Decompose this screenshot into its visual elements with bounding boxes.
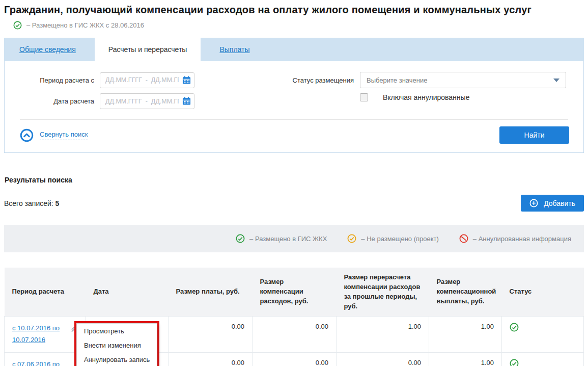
total-records: Всего записей: 5 bbox=[4, 199, 59, 207]
col-status: Статус bbox=[502, 268, 584, 317]
tab-payments[interactable]: Выплаты bbox=[219, 45, 249, 54]
pay-cell: 0.00 bbox=[169, 352, 253, 366]
chevron-down-icon bbox=[553, 79, 559, 82]
table-header-row: Период расчета Дата Размер платы, руб. Р… bbox=[5, 268, 584, 317]
calc-date-label: Дата расчета bbox=[19, 97, 94, 105]
tab-general-info[interactable]: Общие сведения bbox=[19, 45, 76, 54]
include-annulled-label: Включая аннулированные bbox=[383, 93, 469, 101]
payout-cell: 1.00 bbox=[429, 317, 502, 353]
calendar-icon[interactable] bbox=[182, 97, 191, 106]
recalc-cell: 1.00 bbox=[337, 317, 429, 353]
collapse-search-link[interactable]: Свернуть поиск bbox=[40, 130, 88, 140]
collapse-circle-up-icon bbox=[20, 128, 34, 142]
add-button[interactable]: Добавить bbox=[521, 195, 584, 212]
period-range-input[interactable] bbox=[100, 72, 194, 88]
status-check-circle-green-icon bbox=[510, 323, 576, 332]
check-circle-green-icon bbox=[13, 21, 22, 30]
include-annulled-checkbox[interactable] bbox=[360, 93, 368, 101]
check-circle-yellow-icon bbox=[347, 234, 356, 243]
panel-divider bbox=[20, 119, 568, 120]
compensation-cell: 0.00 bbox=[253, 352, 337, 366]
col-recalc: Размер перерасчета компенсации расходов … bbox=[337, 268, 429, 317]
status-check-circle-green-icon bbox=[510, 359, 576, 366]
add-button-label: Добавить bbox=[544, 199, 575, 207]
pay-cell: 0.00 bbox=[169, 317, 253, 353]
find-button[interactable]: Найти bbox=[499, 126, 569, 144]
compensation-cell: 0.00 bbox=[253, 317, 337, 353]
placement-status-select[interactable]: Выберите значение bbox=[360, 72, 566, 88]
search-panel: Период расчета с Статус размещения Выбер… bbox=[4, 61, 584, 153]
col-pay: Размер платы, руб. bbox=[169, 268, 253, 317]
calendar-icon[interactable] bbox=[182, 76, 191, 85]
row-context-menu: Просмотреть Внести изменения Аннулироват… bbox=[76, 323, 157, 366]
legend-placed: – Размещено в ГИС ЖКХ bbox=[236, 234, 327, 243]
tab-calculations[interactable]: Расчеты и перерасчеты bbox=[95, 38, 201, 61]
total-records-label: Всего записей: bbox=[4, 199, 53, 207]
placement-status-value: Выберите значение bbox=[367, 76, 427, 84]
recalc-cell: 0.00 bbox=[337, 352, 429, 366]
menu-item-edit[interactable]: Внести изменения bbox=[77, 338, 157, 352]
legend-annulled: – Аннулированная информация bbox=[459, 234, 571, 243]
period-link[interactable]: с 10.07.2016 по 10.07.2016 bbox=[12, 323, 66, 346]
period-link[interactable]: с 07.06.2016 по 17.06.2016 bbox=[12, 359, 78, 366]
calc-date-range-input[interactable] bbox=[100, 93, 194, 109]
collapse-search[interactable]: Свернуть поиск bbox=[20, 128, 88, 142]
payout-cell: 1.00 bbox=[429, 352, 502, 366]
placement-status-label: Статус размещения bbox=[287, 76, 354, 84]
total-records-value: 5 bbox=[55, 199, 60, 207]
results-heading: Результаты поиска bbox=[5, 176, 584, 184]
tab-bar: Общие сведения Расчеты и перерасчеты Вып… bbox=[4, 38, 584, 61]
entity-status-text: – Размещено в ГИС ЖКХ с 28.06.2016 bbox=[26, 21, 144, 29]
col-period: Период расчета bbox=[5, 268, 86, 317]
check-circle-green-icon bbox=[236, 234, 245, 243]
legend-draft: – Не размещено (проект) bbox=[347, 234, 439, 243]
col-date: Дата bbox=[86, 268, 169, 317]
period-from-label: Период расчета с bbox=[19, 76, 94, 84]
ban-red-icon bbox=[459, 234, 468, 243]
plus-circle-icon bbox=[529, 199, 538, 207]
page-title: Гражданин, получающий компенсации расход… bbox=[4, 4, 584, 16]
menu-item-annul[interactable]: Аннулировать запись bbox=[77, 352, 157, 366]
annotation-highlight-box: Просмотреть Внести изменения Аннулироват… bbox=[74, 321, 159, 366]
col-payout: Размер компенсационной выплаты, руб. bbox=[429, 268, 502, 317]
entity-status: – Размещено в ГИС ЖКХ с 28.06.2016 bbox=[13, 21, 584, 30]
status-legend: – Размещено в ГИС ЖКХ – Не размещено (пр… bbox=[4, 225, 584, 252]
col-compensation: Размер компенсации расходов, руб. bbox=[253, 268, 337, 317]
menu-item-view[interactable]: Просмотреть bbox=[77, 324, 157, 338]
